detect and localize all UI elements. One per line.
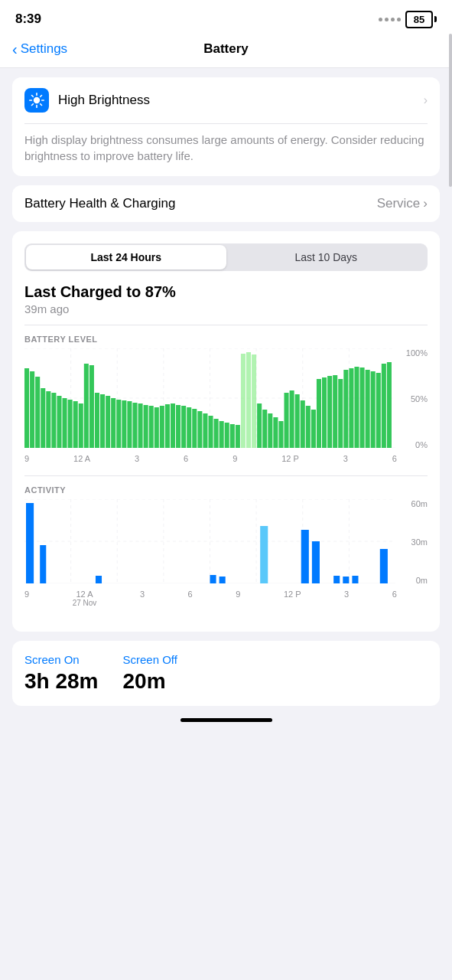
svg-rect-104 [219,577,226,583]
activity-chart-label: ACTIVITY [24,485,428,495]
svg-rect-67 [285,393,289,448]
svg-rect-43 [154,407,159,448]
svg-rect-102 [96,576,102,583]
svg-line-4 [41,104,42,106]
svg-rect-52 [203,413,207,448]
health-label: Battery Health & Charging [24,196,176,211]
brightness-card: High Brightness › High display brightnes… [12,77,440,176]
activity-x-9: 9 [236,590,240,607]
service-label: Service [377,196,421,211]
svg-rect-44 [160,406,164,448]
screen-off-label: Screen Off [123,653,177,666]
svg-rect-63 [262,410,267,448]
status-right: 85 [379,11,437,28]
svg-rect-42 [149,406,154,448]
svg-rect-64 [268,413,272,448]
svg-rect-55 [219,421,224,448]
svg-rect-107 [312,541,320,583]
svg-rect-68 [290,390,294,448]
svg-rect-22 [41,388,45,448]
svg-rect-46 [171,403,175,448]
svg-rect-23 [46,391,50,448]
battery-x-9am: 9 [24,454,29,463]
svg-rect-53 [208,416,213,448]
svg-rect-111 [380,549,388,583]
svg-rect-28 [73,401,78,448]
sun-icon [29,93,44,108]
battery-chart-label: BATTERY LEVEL [24,335,428,344]
segment-24h[interactable]: Last 24 Hours [26,245,226,270]
svg-rect-56 [225,423,229,448]
activity-x-12a: 12 A 27 Nov [73,590,97,607]
signal-dot-3 [391,18,395,21]
svg-rect-71 [306,406,311,448]
svg-rect-45 [165,404,170,448]
svg-rect-20 [30,371,34,448]
svg-rect-85 [382,364,386,448]
svg-rect-103 [210,575,216,583]
activity-chart-wrapper: 60m 30m 0m [24,499,428,586]
battery-x-12a: 12 A [73,454,90,463]
segment-10d[interactable]: Last 10 Days [226,245,427,270]
svg-rect-79 [349,368,353,448]
health-chevron-icon: › [423,196,428,211]
battery-chart-svg [24,348,395,451]
svg-rect-33 [100,394,105,448]
svg-rect-74 [322,377,327,448]
screen-off-value: 20m [123,669,177,694]
chart-divider [24,325,428,325]
activity-x-3pm: 3 [344,590,349,607]
activity-x-labels: 9 12 A 27 Nov 3 6 9 12 P 3 6 [24,586,428,607]
battery-x-6am: 6 [184,454,188,463]
brightness-description: High display brightness consumes large a… [12,124,440,176]
svg-rect-26 [63,398,67,448]
battery-x-12p: 12 P [281,454,299,463]
svg-rect-34 [106,396,110,448]
svg-rect-108 [333,576,340,583]
brightness-icon [24,88,49,113]
svg-rect-77 [338,379,343,448]
screen-off-stat: Screen Off 20m [123,653,177,694]
back-button[interactable]: ‹ Settings [12,41,67,57]
svg-rect-70 [301,400,305,448]
activity-x-9am: 9 [24,590,29,607]
activity-y-30: 30m [411,537,428,547]
activity-x-date: 27 Nov [73,599,97,607]
battery-y-labels: 100% 50% 0% [395,348,428,451]
last-charged-title: Last Charged to 87% [24,283,428,301]
svg-rect-19 [24,368,29,448]
svg-rect-75 [327,376,332,448]
signal-dots [379,18,401,21]
svg-rect-81 [360,368,365,448]
signal-dot-1 [379,18,382,21]
activity-divider [24,475,428,476]
svg-rect-27 [68,400,73,448]
svg-rect-62 [257,403,262,448]
brightness-label: High Brightness [58,93,424,108]
battery-x-3am: 3 [135,454,139,463]
battery-x-labels: 9 12 A 3 6 9 12 P 3 6 [24,451,428,463]
svg-rect-25 [57,396,61,448]
svg-rect-86 [387,362,392,448]
svg-rect-36 [116,400,121,448]
health-right: Service › [377,196,428,211]
svg-rect-110 [352,576,358,583]
svg-rect-58 [236,425,240,448]
svg-rect-48 [181,406,186,448]
health-row[interactable]: Battery Health & Charging Service › [12,185,440,222]
back-chevron-icon: ‹ [12,41,18,57]
svg-rect-66 [278,421,283,448]
svg-rect-101 [40,545,46,583]
activity-y-0: 0m [416,576,428,585]
home-indicator [0,706,452,728]
page-title: Battery [203,41,249,57]
svg-point-0 [34,97,40,103]
brightness-row[interactable]: High Brightness › [12,77,440,123]
brightness-chevron-icon: › [424,93,428,107]
scrollbar[interactable] [449,34,452,187]
nav-bar: ‹ Settings Battery [0,34,452,68]
svg-rect-51 [197,411,202,448]
battery-x-6pm: 6 [392,454,397,463]
svg-rect-24 [51,393,56,448]
home-bar [180,718,272,722]
